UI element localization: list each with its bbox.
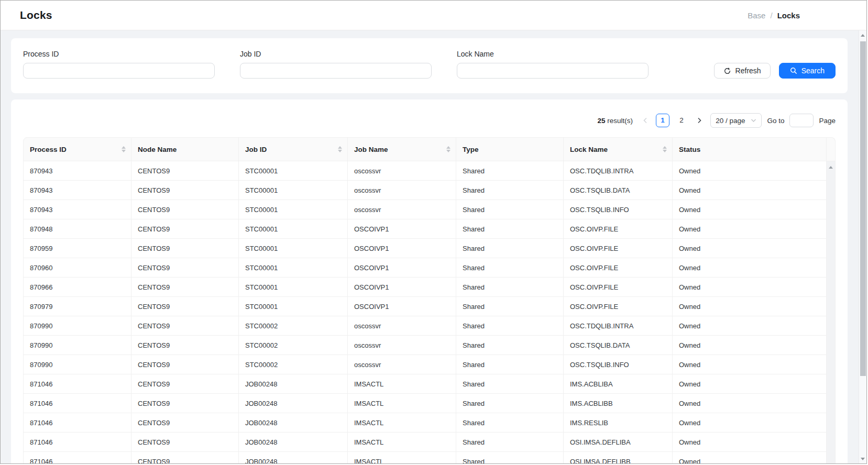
table-cell: Shared xyxy=(456,394,564,413)
column-header-label: Lock Name xyxy=(570,146,608,153)
sort-carets-icon xyxy=(446,146,451,152)
table-cell: IMS.ACBLIBA xyxy=(564,374,673,394)
table-cell: 870948 xyxy=(23,219,131,239)
table-cell: CENTOS9 xyxy=(131,413,239,433)
table-cell: Shared xyxy=(456,374,564,394)
table-cell: IMS.ACBLIBB xyxy=(564,394,673,413)
table-cell: oscossvr xyxy=(348,316,456,336)
table-cell: OSC.OIVP.FILE xyxy=(564,297,673,316)
table-cell: 871046 xyxy=(23,452,131,464)
table-cell: IMS.RESLIB xyxy=(564,413,673,433)
job-id-label: Job ID xyxy=(240,50,432,58)
table-cell: STC00002 xyxy=(239,355,348,374)
page-scrollbar[interactable] xyxy=(859,30,866,463)
table-cell: CENTOS9 xyxy=(131,278,239,297)
table-cell: IMSACTL xyxy=(348,413,456,433)
table-cell: 871046 xyxy=(23,433,131,452)
table-row: 870966CENTOS9STC00001OSCOIVP1SharedOSC.O… xyxy=(23,278,827,297)
table-cell: 871046 xyxy=(23,394,131,413)
table-cell: Owned xyxy=(673,219,827,239)
table-row: 870943CENTOS9STC00001oscossvrSharedOSC.T… xyxy=(23,181,827,200)
column-header-node-name: Node Name xyxy=(131,137,239,161)
table-cell: Shared xyxy=(456,181,564,200)
table-row: 871046CENTOS9JOB00248IMSACTLSharedIMS.AC… xyxy=(23,394,827,413)
locks-table-wrap: Process IDNode NameJob IDJob NameTypeLoc… xyxy=(23,137,836,464)
lock-name-input[interactable] xyxy=(457,63,649,79)
table-cell: Owned xyxy=(673,452,827,464)
table-cell: JOB00248 xyxy=(239,394,348,413)
table-scrollbar[interactable] xyxy=(827,161,836,464)
table-cell: CENTOS9 xyxy=(131,336,239,355)
table-row: 870990CENTOS9STC00002oscossvrSharedOSC.T… xyxy=(23,336,827,355)
sort-carets-icon xyxy=(122,146,126,152)
table-cell: Owned xyxy=(673,355,827,374)
page-size-select[interactable]: 20 / page xyxy=(710,113,762,128)
table-row: 870990CENTOS9STC00002oscossvrSharedOSC.T… xyxy=(23,316,827,336)
column-header-status: Status xyxy=(673,137,827,161)
breadcrumb-base-link[interactable]: Base xyxy=(748,11,765,20)
table-cell: oscossvr xyxy=(348,355,456,374)
table-cell: Shared xyxy=(456,316,564,336)
table-cell: Owned xyxy=(673,433,827,452)
table-cell: IMSACTL xyxy=(348,452,456,464)
table-row: 871046CENTOS9JOB00248IMSACTLSharedIMS.RE… xyxy=(23,413,827,433)
column-header-job-id[interactable]: Job ID xyxy=(239,137,348,161)
table-header-extension xyxy=(827,137,836,161)
table-cell: CENTOS9 xyxy=(131,181,239,200)
table-row: 870943CENTOS9STC00001oscossvrSharedOSC.T… xyxy=(23,161,827,181)
table-cell: OSI.IMSA.DEFLIBA xyxy=(564,433,673,452)
column-header-job-name[interactable]: Job Name xyxy=(348,137,456,161)
table-cell: OSC.TDQLIB.INTRA xyxy=(564,316,673,336)
table-cell: Owned xyxy=(673,394,827,413)
table-cell: IMSACTL xyxy=(348,374,456,394)
table-cell: CENTOS9 xyxy=(131,200,239,219)
table-cell: Shared xyxy=(456,258,564,278)
table-cell: 870966 xyxy=(23,278,131,297)
table-cell: CENTOS9 xyxy=(131,297,239,316)
table-cell: OSC.OIVP.FILE xyxy=(564,239,673,258)
goto-page-input[interactable] xyxy=(789,114,814,127)
column-header-process-id[interactable]: Process ID xyxy=(23,137,131,161)
triangle-up-icon xyxy=(861,34,865,37)
table-cell: JOB00248 xyxy=(239,433,348,452)
pagination-next-button[interactable] xyxy=(694,114,705,127)
filter-field-lock-name: Lock Name xyxy=(457,50,649,79)
table-cell: Owned xyxy=(673,336,827,355)
table-cell: CENTOS9 xyxy=(131,355,239,374)
results-panel: 25 result(s) 12 xyxy=(11,99,848,464)
table-cell: Shared xyxy=(456,336,564,355)
search-button[interactable]: Search xyxy=(779,63,836,79)
pagination-page-1[interactable]: 1 xyxy=(656,114,669,127)
table-cell: oscossvr xyxy=(348,336,456,355)
table-cell: OSCOIVP1 xyxy=(348,297,456,316)
table-cell: Shared xyxy=(456,219,564,239)
page-scrollbar-thumb[interactable] xyxy=(860,41,866,376)
pagination-pages: 12 xyxy=(656,114,688,127)
refresh-icon xyxy=(723,67,731,75)
breadcrumb: Base / Locks xyxy=(748,11,800,20)
table-cell: Shared xyxy=(456,433,564,452)
column-header-label: Process ID xyxy=(30,146,67,153)
pagination-page-2[interactable]: 2 xyxy=(675,114,688,127)
table-cell: Owned xyxy=(673,181,827,200)
table-header-row: Process IDNode NameJob IDJob NameTypeLoc… xyxy=(23,137,827,161)
table-cell: OSC.OIVP.FILE xyxy=(564,219,673,239)
triangle-up-icon xyxy=(829,166,833,169)
table-cell: Owned xyxy=(673,278,827,297)
page-title: Locks xyxy=(20,9,52,21)
table-cell: 870943 xyxy=(23,161,131,181)
column-header-lock-name[interactable]: Lock Name xyxy=(564,137,673,161)
sort-carets-icon xyxy=(663,146,667,152)
table-cell: CENTOS9 xyxy=(131,161,239,181)
table-cell: CENTOS9 xyxy=(131,258,239,278)
table-cell: 870943 xyxy=(23,181,131,200)
table-cell: Shared xyxy=(456,452,564,464)
table-cell: Shared xyxy=(456,297,564,316)
filter-panel: Process ID Job ID Lock Name xyxy=(11,38,848,93)
table-cell: Shared xyxy=(456,413,564,433)
pagination-prev-button[interactable] xyxy=(639,114,651,127)
table-cell: CENTOS9 xyxy=(131,219,239,239)
job-id-input[interactable] xyxy=(240,63,432,79)
refresh-button[interactable]: Refresh xyxy=(714,63,771,79)
process-id-input[interactable] xyxy=(23,63,215,79)
